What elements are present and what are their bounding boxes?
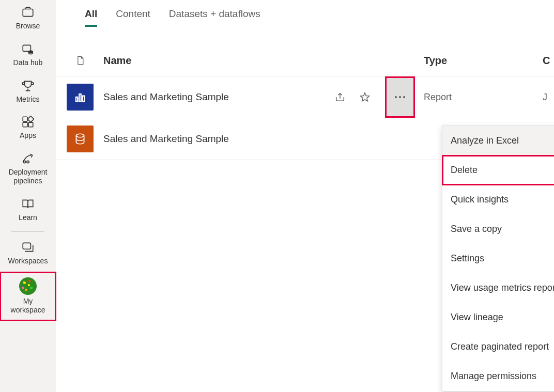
sidebar-item-browse[interactable]: Browse [0,0,56,37]
tab-content[interactable]: Content [116,8,150,27]
svg-rect-0 [23,9,33,17]
ellipsis-icon [395,96,405,98]
sidebar-item-learn[interactable]: Learn [0,192,56,228]
metrics-icon [21,79,35,93]
sidebar-item-apps[interactable]: Apps [0,109,56,146]
share-icon[interactable] [333,90,347,104]
svg-rect-1 [23,45,30,51]
sidebar-item-label: Learn [19,213,37,222]
dataset-icon [67,126,94,152]
sidebar-item-label: Workspaces [8,257,48,265]
sidebar-item-metrics[interactable]: Metrics [0,73,56,110]
menu-item-manage-permissions[interactable]: Manage permissions [442,362,554,391]
svg-rect-10 [76,97,78,101]
workspace-avatar-icon [19,277,37,295]
svg-rect-12 [83,96,85,102]
workspaces-icon [21,240,35,255]
sidebar-item-label: Browse [16,22,40,30]
item-type: Report [424,92,452,102]
menu-item-analyze-in-excel[interactable]: Analyze in Excel [442,126,554,155]
sidebar-item-workspaces[interactable]: Workspaces [0,235,56,272]
menu-item-view-lineage[interactable]: View lineage [442,303,554,332]
more-options-button[interactable] [387,78,413,116]
item-last-col: J [543,92,547,102]
sidebar-item-label: Data hub [13,58,43,67]
left-nav-sidebar: Browse Data hub Metrics [0,0,56,392]
svg-point-13 [76,134,84,137]
browse-icon [21,5,35,20]
svg-rect-11 [79,94,81,101]
item-name: Sales and Marketing Sample [103,133,229,144]
learn-icon [21,197,35,211]
svg-point-8 [27,161,29,163]
sidebar-item-label: Apps [20,131,36,140]
sidebar-divider [11,231,45,232]
svg-point-2 [29,51,33,53]
deployment-pipelines-icon [21,151,35,166]
svg-rect-3 [23,117,27,122]
row-actions [333,85,413,109]
tabs-bar: All Content Datasets + dataflows [56,0,554,27]
svg-point-7 [23,161,25,163]
context-menu: Analyze in Excel Delete Quick insights S… [442,126,554,391]
app-root: Browse Data hub Metrics [0,0,554,392]
tab-datasets-dataflows[interactable]: Datasets + dataflows [169,8,260,27]
favorite-icon[interactable] [358,90,372,104]
sidebar-item-data-hub[interactable]: Data hub [0,37,56,73]
svg-rect-5 [28,122,33,127]
menu-item-delete[interactable]: Delete [442,155,554,185]
apps-icon [21,115,35,129]
svg-rect-4 [23,122,27,127]
main-content: All Content Datasets + dataflows Name Ty… [56,0,554,392]
column-header-name[interactable]: Name [103,55,131,66]
tab-all[interactable]: All [85,8,97,27]
menu-item-view-usage-metrics[interactable]: View usage metrics report [442,273,554,303]
column-header-icon[interactable] [62,54,98,67]
data-hub-icon [21,42,35,56]
menu-item-save-a-copy[interactable]: Save a copy [442,214,554,244]
item-name: Sales and Marketing Sample [103,91,229,102]
menu-item-quick-insights[interactable]: Quick insights [442,185,554,214]
sidebar-item-deployment-pipelines[interactable]: Deployment pipelines [0,146,56,192]
sidebar-item-label: Metrics [16,95,39,104]
menu-item-settings[interactable]: Settings [442,244,554,273]
table-row[interactable]: Sales and Marketing Sample [56,76,554,118]
svg-rect-9 [23,243,30,249]
menu-item-create-paginated-report[interactable]: Create paginated report [442,332,554,362]
column-header-last[interactable]: C [543,55,550,66]
list-header-row: Name Type C [56,48,554,76]
sidebar-item-label: My workspace [11,297,45,315]
column-header-type[interactable]: Type [424,55,447,66]
svg-rect-6 [27,116,34,122]
report-icon [67,84,94,111]
sidebar-item-my-workspace[interactable]: My workspace [0,272,56,321]
sidebar-item-label: Deployment pipelines [9,168,48,185]
